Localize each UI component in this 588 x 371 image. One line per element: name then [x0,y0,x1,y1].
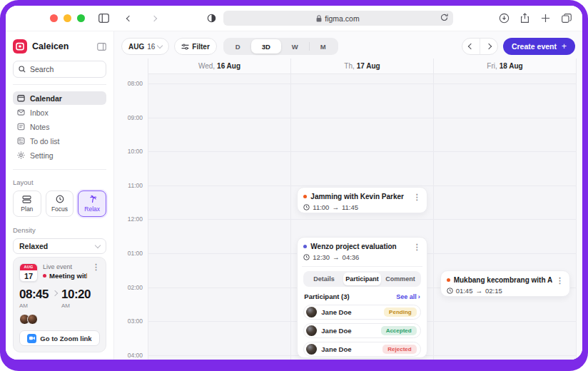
sidebar-item-todo-list[interactable]: To do list [13,134,106,148]
time-label: 03:00 [114,317,143,325]
layout-option-label: Relax [84,205,100,213]
time-label: 01:00 [114,250,143,257]
browser-sidebar-icon[interactable] [98,12,110,24]
live-event-kicker: Live event [43,263,87,270]
participant-row[interactable]: Jane Doe Pending [303,305,420,320]
window-frame: figma.com [0,0,588,371]
create-event-button[interactable]: Create event + [503,38,575,55]
sidebar-item-inbox[interactable]: Inbox [13,106,106,119]
search-placeholder: Search [30,65,54,73]
app-sidebar: Caleicen Search Calendar [6,31,114,360]
calendar-icon [17,94,25,102]
zoom-link-label: Go to Zoom link [40,335,91,342]
arrow-right: → [333,253,340,261]
zoom-window-button[interactable] [77,14,85,22]
filter-button[interactable]: Filter [174,38,216,55]
forward-icon[interactable] [148,12,160,24]
layout-option-label: Focus [51,205,68,213]
collapse-sidebar-icon[interactable] [97,43,106,51]
next-icon[interactable] [480,39,497,54]
view-3day[interactable]: 3D [251,39,281,54]
sidebar-item-label: To do list [30,137,59,146]
calendar-toolbar: AUG 16 Filter D 3D W [114,34,582,59]
event-mukbang[interactable]: Mukbang kecombrang with Ashar ⋮ 01:45 → … [440,270,570,297]
avatar [306,344,317,355]
search-input[interactable]: Search [13,61,106,78]
density-select[interactable]: Relaxed [13,238,106,254]
browser-toolbar: figma.com [6,6,582,31]
clock-icon [447,288,453,294]
avatar [27,314,38,325]
end-time: 10:20 [61,288,91,301]
palm-tree-icon [88,195,97,203]
layout-option-relax[interactable]: Relax [78,190,106,217]
app-name: Caleicen [32,41,92,51]
sidebar-item-setting[interactable]: Setting [13,148,106,162]
more-options-icon[interactable]: ⋮ [413,193,421,200]
start-ampm: AM [19,303,49,309]
tab-overview-icon[interactable] [560,12,572,24]
gear-icon [17,151,25,159]
status-badge: Accepted [381,326,417,335]
tab-details[interactable]: Details [305,273,343,285]
event-wenzo[interactable]: Wenzo project evaluation ⋮ 12:30 → 04:36 [297,237,427,358]
date-picker-day: 16 [147,43,155,51]
downloads-icon[interactable] [498,12,510,24]
sidebar-item-calendar[interactable]: Calendar [13,91,106,105]
layout-option-focus[interactable]: Focus [46,190,74,217]
divider [13,84,106,85]
sidebar-item-label: Notes [30,123,49,131]
divider [13,169,106,170]
live-dot [43,274,46,278]
layout-option-plan[interactable]: Plan [13,190,41,217]
live-event-card[interactable]: AUG 17 Live event Meeting with As... ⋮ [13,257,106,352]
more-options-icon[interactable]: ⋮ [556,277,564,284]
view-day[interactable]: D [225,39,251,54]
arrow-right: → [332,203,339,211]
live-event-times: 08:45 AM 10:20 AM [19,288,100,309]
tab-comment[interactable]: Comment [381,273,419,285]
share-icon[interactable] [519,12,531,24]
new-tab-icon[interactable] [539,12,552,24]
minimize-window-button[interactable] [64,14,71,22]
close-window-button[interactable] [50,14,58,22]
event-dot [303,195,307,198]
go-to-zoom-link-button[interactable]: Go to Zoom link [19,330,100,346]
clock-icon [303,204,310,210]
privacy-shield-icon[interactable] [206,12,218,24]
event-dot [303,245,307,248]
date-badge-day: 17 [20,270,37,282]
view-month[interactable]: M [310,39,337,54]
browser-actions [498,12,572,24]
event-time: 01:45 → 02:15 [447,287,564,295]
sidebar-item-notes[interactable]: Notes [13,120,106,133]
view-switcher: D 3D W M [223,38,338,55]
calendar-grid: Wed, 16 Aug Th, 17 Aug [114,59,582,360]
participant-row[interactable]: Jane Doe Rejected [303,342,420,357]
participant-row[interactable]: Jane Doe Accepted [303,323,420,338]
sidebar-item-label: Setting [30,151,54,160]
address-area: figma.com [160,11,498,26]
end-ampm: AM [61,303,91,309]
more-options-icon[interactable]: ⋮ [413,243,421,250]
previous-icon[interactable] [462,39,480,54]
avatar [306,307,317,317]
url-bar[interactable]: figma.com [223,11,453,26]
back-icon[interactable] [123,12,135,24]
more-options-icon[interactable]: ⋮ [92,263,100,282]
event-dot [447,278,450,282]
filter-icon [181,44,189,50]
reload-icon[interactable] [440,13,449,22]
event-time: 11:00 → 11:45 [303,203,420,211]
time-label: 02:00 [114,284,143,291]
divider [302,266,422,267]
tab-participant[interactable]: Participant [343,273,381,285]
clock-icon [303,254,310,260]
event-jamming[interactable]: Jamming with Kevin Parker ⋮ 11:00 → 11:4… [297,187,427,213]
date-picker-button[interactable]: AUG 16 [121,38,169,55]
view-week[interactable]: W [281,39,309,54]
attendee-avatars [19,314,100,325]
see-all-link[interactable]: See all › [396,293,420,300]
app-logo [13,39,27,54]
event-detail-tabs: Details Participant Comment [303,271,420,287]
